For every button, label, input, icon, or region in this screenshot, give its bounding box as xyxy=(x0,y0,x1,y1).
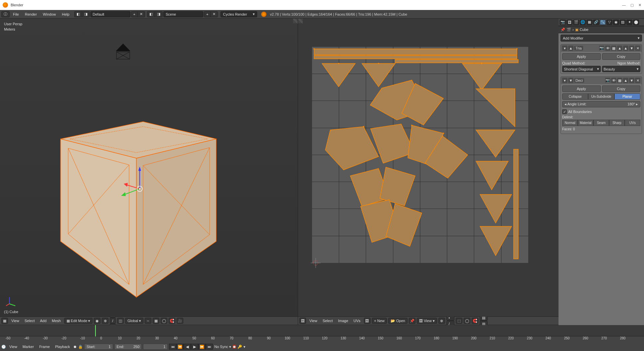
uv-menu-view[interactable]: View xyxy=(307,318,319,324)
apply-button[interactable]: Apply xyxy=(562,53,601,60)
view3d-menu-add[interactable]: Add xyxy=(38,318,49,324)
apply-button[interactable]: Apply xyxy=(562,85,601,92)
shading-solid-icon[interactable]: ◉ xyxy=(94,318,100,324)
delete-modifier-icon[interactable]: ✕ xyxy=(635,46,640,51)
view3d-menu-mesh[interactable]: Mesh xyxy=(50,318,63,324)
pivot-uv-icon[interactable]: ⊕ xyxy=(438,318,445,324)
timeline-menu-playback[interactable]: Playback xyxy=(53,344,72,350)
tab-scene-icon[interactable]: 🎬 xyxy=(573,20,579,25)
scene-next-icon[interactable]: ◨ xyxy=(155,12,162,17)
transform-orient-dropdown[interactable]: Global ▾ xyxy=(125,318,143,324)
new-image-button[interactable]: + New xyxy=(372,318,387,324)
insert-key-icon[interactable]: ▾ xyxy=(243,345,245,349)
lock-range-icon[interactable]: 🔒 xyxy=(78,345,83,349)
editor-type-uv-icon[interactable]: 🖼 xyxy=(299,318,306,324)
tab-modifiers-icon[interactable]: 🔧 xyxy=(600,20,606,25)
editor-type-3dview-icon[interactable]: ▦ xyxy=(1,318,8,324)
uv-proportional-icon[interactable]: ◯ xyxy=(464,318,470,324)
uv-editor[interactable]: 🖼 View Select Image UVs 🖼 + New 📂 Open 📌… xyxy=(298,19,559,325)
menu-help[interactable]: Help xyxy=(59,11,72,17)
scene-prev-icon[interactable]: ◧ xyxy=(147,12,155,17)
select-edge-icon[interactable]: / xyxy=(110,318,116,324)
render-preview-icon[interactable]: 🎥 xyxy=(177,318,183,324)
render-visibility-icon[interactable]: 📷 xyxy=(599,46,604,51)
decimate-collapse[interactable]: Collapse xyxy=(562,93,588,100)
viewport-visibility-icon[interactable]: 👁 xyxy=(605,46,610,51)
proportional-edit-icon[interactable]: ◯ xyxy=(161,318,167,324)
menu-render[interactable]: Render xyxy=(22,11,40,17)
image-browse-icon[interactable]: 🖼 xyxy=(364,318,371,324)
move-up-icon[interactable]: ▲ xyxy=(623,78,628,83)
ngon-method-dropdown[interactable]: Beauty▾ xyxy=(602,66,641,72)
view3d-menu-view[interactable]: View xyxy=(9,318,21,324)
snap-icon[interactable]: 🧲 xyxy=(169,318,175,324)
area-split-handle[interactable] xyxy=(298,19,303,23)
delimit-material[interactable]: Material xyxy=(578,120,593,126)
tab-object-icon[interactable]: ▦ xyxy=(586,20,592,25)
tab-physics-icon[interactable]: ⬤ xyxy=(633,20,639,25)
menu-file[interactable]: File xyxy=(10,11,22,17)
angle-limit-field[interactable]: ◂ Angle Limit: 180° ▸ xyxy=(562,101,640,107)
jump-end-icon[interactable]: ⏭ xyxy=(206,344,213,350)
tab-texture-icon[interactable]: ▨ xyxy=(620,20,626,25)
screen-layout-next-icon[interactable]: ◨ xyxy=(82,12,89,17)
all-boundaries-check[interactable]: ✓All Boundaries xyxy=(562,109,640,115)
uv-sticky-icon[interactable]: ⬚ xyxy=(456,318,462,324)
uv-menu-select[interactable]: Select xyxy=(321,318,335,324)
start-frame-field[interactable]: Start:1 xyxy=(84,344,113,350)
uv-canvas[interactable] xyxy=(298,19,559,316)
view3d-canvas[interactable]: User Persp Meters xyxy=(0,19,298,316)
uv-menu-uvs[interactable]: UVs xyxy=(352,318,363,324)
keyframe-prev-icon[interactable]: ⏪ xyxy=(176,344,184,350)
scene-crumb-icon[interactable]: 🎬 xyxy=(566,28,571,32)
screen-layout-field[interactable]: Default xyxy=(90,11,130,17)
tab-render-icon[interactable]: 📷 xyxy=(560,20,566,25)
tab-data-icon[interactable]: ▽ xyxy=(606,20,612,25)
tab-constraints-icon[interactable]: 🔗 xyxy=(593,20,599,25)
end-frame-field[interactable]: End:250 xyxy=(114,344,142,350)
tab-particles-icon[interactable]: ✦ xyxy=(626,20,632,25)
pin-icon[interactable]: 📌 xyxy=(561,28,565,32)
tab-render-layers-icon[interactable]: 🖼 xyxy=(566,20,572,25)
scene-delete-icon[interactable]: ✕ xyxy=(211,12,218,17)
view3d-editor[interactable]: User Persp Meters xyxy=(0,19,298,325)
window-minimize[interactable]: — xyxy=(622,3,626,7)
window-close[interactable]: ✕ xyxy=(638,3,641,7)
collapse-toggle-icon[interactable]: ▾ xyxy=(562,46,567,51)
manipulator-translate-icon[interactable]: ↔ xyxy=(145,318,151,324)
copy-button[interactable]: Copy xyxy=(602,53,641,60)
scene-add-icon[interactable]: + xyxy=(204,12,211,17)
layers-icon[interactable]: ▦ xyxy=(153,318,159,324)
pivot-icon[interactable]: ⊕ xyxy=(102,318,108,324)
copy-button[interactable]: Copy xyxy=(602,85,641,92)
timeline-track[interactable] xyxy=(0,325,644,336)
move-down-icon[interactable]: ▼ xyxy=(629,78,634,83)
delimit-sharp[interactable]: Sharp xyxy=(609,120,625,126)
editor-type-timeline-icon[interactable]: 🕒 xyxy=(1,345,6,349)
current-frame-field[interactable]: 1 xyxy=(143,344,168,350)
view3d-menu-select[interactable]: Select xyxy=(23,318,37,324)
sync-dropdown[interactable]: No Sync ▾ xyxy=(214,345,231,349)
render-visibility-icon[interactable]: 📷 xyxy=(605,78,610,83)
object-crumb[interactable]: Cube xyxy=(580,28,588,32)
modifier-name-field[interactable]: Tria xyxy=(574,46,583,51)
quad-method-dropdown[interactable]: Shortest Diagonal▾ xyxy=(562,66,601,72)
mode-dropdown[interactable]: ▦ Edit Mode ▾ xyxy=(64,318,93,324)
window-maximize[interactable]: ▢ xyxy=(630,3,634,7)
render-engine-dropdown[interactable]: Cycles Render▾ xyxy=(221,11,257,17)
open-image-button[interactable]: 📂 Open xyxy=(388,318,407,324)
decimate-unsubdivide[interactable]: Un-Subdivide xyxy=(588,93,614,100)
scene-field[interactable]: Scene xyxy=(163,11,203,17)
editor-type-icon[interactable]: ⓘ xyxy=(2,12,9,17)
pin-icon[interactable]: 📌 xyxy=(409,318,415,324)
uv-layout[interactable] xyxy=(312,47,532,266)
move-up-icon[interactable]: ▲ xyxy=(623,46,628,51)
keying-set-icon[interactable]: 🔑 xyxy=(238,345,242,349)
timeline-cursor[interactable] xyxy=(95,325,96,336)
record-icon[interactable]: ⏺ xyxy=(233,345,236,349)
limit-selection-icon[interactable]: ◫ xyxy=(117,318,124,324)
timeline-menu-view[interactable]: View xyxy=(7,344,19,350)
delimit-uvs[interactable]: UVs xyxy=(625,120,640,126)
jump-start-icon[interactable]: ⏮ xyxy=(169,344,176,350)
properties-editor[interactable]: 📷 🖼 🎬 🌐 ▦ 🔗 🔧 ▽ ◉ ▨ ✦ ⬤ 📌 🎬 › ▣ Cube Add… xyxy=(559,19,644,325)
